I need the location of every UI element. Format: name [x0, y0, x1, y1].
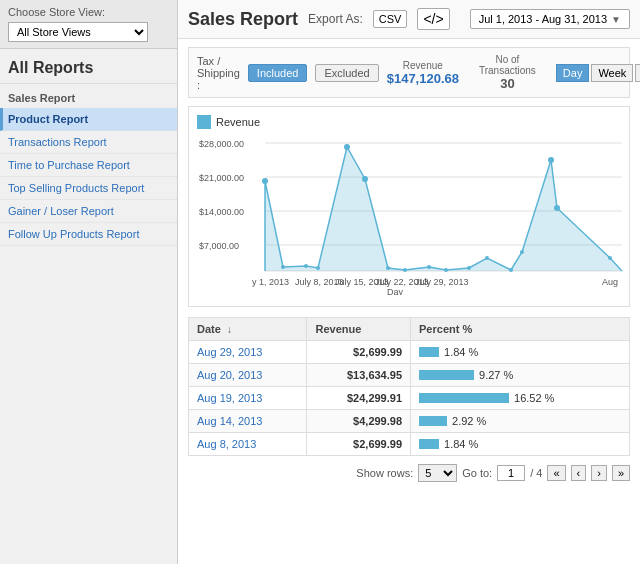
date-range-button[interactable]: Jul 1, 2013 - Aug 31, 2013 ▼	[470, 9, 630, 29]
svg-point-19	[467, 266, 471, 270]
svg-point-23	[548, 157, 554, 163]
main-content: Sales Report Export As: CSV </> Jul 1, 2…	[178, 0, 640, 564]
period-buttons: Day Week Month	[556, 64, 640, 82]
table-row: Aug 8, 2013$2,699.991.84 %	[189, 433, 630, 456]
revenue-cell: $13,634.95	[307, 364, 411, 387]
svg-point-21	[509, 268, 513, 272]
date-cell: Aug 8, 2013	[189, 433, 307, 456]
svg-text:$7,000.00: $7,000.00	[199, 241, 239, 251]
svg-point-18	[444, 268, 448, 272]
period-month-button[interactable]: Month	[635, 64, 640, 82]
percent-column-header: Percent %	[411, 318, 630, 341]
legend-label: Revenue	[216, 116, 260, 128]
svg-point-16	[403, 268, 407, 272]
table-row: Aug 14, 2013$4,299.982.92 %	[189, 410, 630, 433]
svg-point-14	[362, 176, 368, 182]
revenue-chart: $28,000.00 $21,000.00 $14,000.00 $7,000.…	[197, 135, 627, 295]
svg-text:July 29, 2013: July 29, 2013	[415, 277, 469, 287]
content-area: Tax / Shipping : Included Excluded Reven…	[178, 39, 640, 564]
svg-text:$21,000.00: $21,000.00	[199, 173, 244, 183]
sidebar-item-follow-up[interactable]: Follow Up Products Report	[0, 223, 177, 246]
svg-text:$14,000.00: $14,000.00	[199, 207, 244, 217]
revenue-cell: $2,699.99	[307, 433, 411, 456]
export-label: Export As:	[308, 12, 363, 26]
percent-bar	[419, 393, 509, 403]
date-column-header[interactable]: Date ↓	[189, 318, 307, 341]
percent-bar	[419, 347, 439, 357]
tax-shipping-label: Tax / Shipping :	[197, 55, 240, 91]
svg-text:y 1, 2013: y 1, 2013	[252, 277, 289, 287]
percent-cell: 9.27 %	[411, 364, 630, 387]
excluded-button[interactable]: Excluded	[315, 64, 378, 82]
svg-text:Aug: Aug	[602, 277, 618, 287]
export-csv-button[interactable]: CSV	[373, 10, 408, 28]
transactions-label: No of Transactions	[479, 54, 536, 76]
sidebar-item-time-to-purchase[interactable]: Time to Purchase Report	[0, 154, 177, 177]
transactions-stat: No of Transactions 30	[479, 54, 536, 91]
percent-cell: 1.84 %	[411, 341, 630, 364]
percent-bar	[419, 370, 474, 380]
page-info: / 4	[530, 467, 542, 479]
percent-bar	[419, 416, 447, 426]
prev-page-button[interactable]: ‹	[571, 465, 587, 481]
revenue-value: $147,120.68	[387, 71, 459, 86]
table-row: Aug 20, 2013$13,634.959.27 %	[189, 364, 630, 387]
next-page-button[interactable]: ›	[591, 465, 607, 481]
page-title: Sales Report	[188, 9, 298, 30]
sidebar-item-gainer-loser[interactable]: Gainer / Loser Report	[0, 200, 177, 223]
svg-point-12	[316, 266, 320, 270]
svg-point-20	[485, 256, 489, 260]
percent-cell: 16.52 %	[411, 387, 630, 410]
percent-text: 2.92 %	[452, 415, 486, 427]
goto-page-input[interactable]	[497, 465, 525, 481]
svg-point-11	[304, 264, 308, 268]
show-rows-label: Show rows:	[356, 467, 413, 479]
date-cell: Aug 14, 2013	[189, 410, 307, 433]
svg-point-10	[281, 265, 285, 269]
svg-point-17	[427, 265, 431, 269]
goto-label: Go to:	[462, 467, 492, 479]
store-view-select[interactable]: All Store Views	[8, 22, 148, 42]
filter-bar: Tax / Shipping : Included Excluded Reven…	[188, 47, 630, 98]
sidebar-item-transactions-report[interactable]: Transactions Report	[0, 131, 177, 154]
first-page-button[interactable]: «	[547, 465, 565, 481]
percent-text: 1.84 %	[444, 346, 478, 358]
export-xml-button[interactable]: </>	[417, 8, 449, 30]
percent-text: 16.52 %	[514, 392, 554, 404]
store-view-header: Choose Store View: All Store Views	[0, 0, 177, 49]
pagination-bar: Show rows: 5 10 20 Go to: / 4 « ‹ › »	[188, 464, 630, 482]
svg-text:$28,000.00: $28,000.00	[199, 139, 244, 149]
data-table: Date ↓ Revenue Percent % Aug 29, 2013$2,…	[188, 317, 630, 456]
sidebar-item-top-selling[interactable]: Top Selling Products Report	[0, 177, 177, 200]
all-reports-title: All Reports	[0, 49, 177, 84]
store-view-label: Choose Store View:	[8, 6, 169, 18]
sidebar-item-product-report[interactable]: Product Report	[0, 108, 177, 131]
svg-text:Day: Day	[387, 287, 404, 295]
main-header: Sales Report Export As: CSV </> Jul 1, 2…	[178, 0, 640, 39]
rows-per-page-select[interactable]: 5 10 20	[418, 464, 457, 482]
revenue-label: Revenue	[387, 60, 459, 71]
chart-container: Revenue $28,000.00 $21,000.00 $14,000.00…	[188, 106, 630, 307]
revenue-cell: $24,299.91	[307, 387, 411, 410]
svg-point-13	[344, 144, 350, 150]
sidebar: Choose Store View: All Store Views All R…	[0, 0, 178, 564]
date-range-text: Jul 1, 2013 - Aug 31, 2013	[479, 13, 607, 25]
table-row: Aug 19, 2013$24,299.9116.52 %	[189, 387, 630, 410]
sales-report-section-label: Sales Report	[0, 84, 177, 108]
date-cell: Aug 19, 2013	[189, 387, 307, 410]
last-page-button[interactable]: »	[612, 465, 630, 481]
date-cell: Aug 29, 2013	[189, 341, 307, 364]
revenue-cell: $2,699.99	[307, 341, 411, 364]
transactions-value: 30	[479, 76, 536, 91]
chart-svg: $28,000.00 $21,000.00 $14,000.00 $7,000.…	[197, 135, 621, 298]
included-button[interactable]: Included	[248, 64, 308, 82]
legend-color-box	[197, 115, 211, 129]
percent-bar	[419, 439, 439, 449]
period-week-button[interactable]: Week	[591, 64, 633, 82]
svg-point-15	[386, 266, 390, 270]
percent-text: 1.84 %	[444, 438, 478, 450]
table-row: Aug 29, 2013$2,699.991.84 %	[189, 341, 630, 364]
percent-cell: 2.92 %	[411, 410, 630, 433]
period-day-button[interactable]: Day	[556, 64, 590, 82]
chevron-down-icon: ▼	[611, 14, 621, 25]
